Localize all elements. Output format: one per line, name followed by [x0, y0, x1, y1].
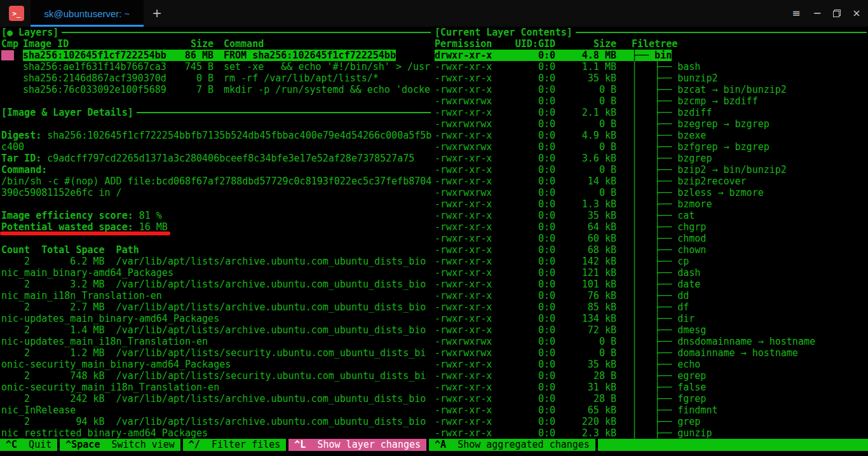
- file-size: 0 B: [555, 141, 616, 153]
- cmp-indicator: [1, 73, 23, 84]
- file-permission: -rwxr-xr-x: [435, 153, 492, 164]
- file-tree-entry: │ ├── dnsdomainname → hostname: [632, 336, 815, 347]
- file-size: 31 kB: [555, 382, 616, 393]
- wasted-row[interactable]: 2 748 kB /var/lib/apt/lists/security.ubu…: [1, 370, 432, 393]
- statusbar-label: Filter files: [200, 439, 280, 450]
- file-row[interactable]: -rwxr-xr-x0:064 kB│ ├── chgrp: [435, 221, 706, 233]
- file-row[interactable]: -rwxr-xr-x0:01.1 MB│ ├── bash: [435, 61, 700, 73]
- screen: { "window": { "tab_title": "sk@ubuntuser…: [0, 0, 868, 456]
- file-row[interactable]: -rwxr-xr-x0:0121 kB│ ├── dash: [435, 267, 700, 279]
- file-permission: -rwxr-xr-x: [435, 221, 492, 233]
- layers-table-header: Cmp Image ID Size Command: [1, 38, 432, 50]
- file-size: 142 kB: [555, 256, 616, 267]
- statusbar-label: Show layer changes: [306, 439, 421, 450]
- new-tab-button[interactable]: +: [153, 6, 161, 21]
- file-tree-entry: │ ├── dash: [632, 267, 700, 279]
- statusbar-item[interactable]: ^Space Switch view: [60, 439, 180, 451]
- file-uid-gid: 0:0: [492, 427, 555, 439]
- file-uid-gid: 0:0: [492, 256, 555, 267]
- file-size: 85 kB: [555, 301, 616, 313]
- file-row[interactable]: -rwxr-xr-x0:072 kB│ ├── dmesg: [435, 324, 706, 336]
- file-size: 1.1 MB: [555, 61, 616, 73]
- file-permission: -rwxr-xr-x: [435, 416, 492, 427]
- statusbar-item[interactable]: ^C Quit: [0, 439, 57, 451]
- file-row[interactable]: -rwxr-xr-x0:028 B│ ├── egrep: [435, 370, 706, 382]
- layer-size: 745 B: [168, 61, 214, 73]
- file-row[interactable]: -rwxr-xr-x0:02.3 kB│ ├── gunzip: [435, 427, 712, 439]
- wasted-files-table: 2 6.2 MB /var/lib/apt/lists/archive.ubun…: [1, 256, 432, 439]
- file-row[interactable]: -rwxr-xr-x0:014 kB│ ├── bzip2recover: [435, 176, 747, 187]
- file-uid-gid: 0:0: [492, 301, 555, 313]
- horizontal-rule: [576, 32, 867, 38]
- statusbar-item[interactable]: ^/ Filter files: [183, 439, 287, 451]
- file-tree-entry: │ ├── findmnt: [632, 404, 717, 416]
- file-row[interactable]: -rwxrwxrwx0:00 B│ ├── bzless → bzmore: [435, 187, 764, 198]
- file-row[interactable]: -rwxr-xr-x0:04.9 kB│ ├── bzexe: [435, 130, 706, 141]
- file-uid-gid: 0:0: [492, 153, 555, 164]
- file-row[interactable]: -rwxr-xr-x0:035 kB│ ├── echo: [435, 359, 700, 370]
- file-row[interactable]: -rwxr-xr-x0:065 kB│ ├── findmnt: [435, 404, 717, 416]
- wasted-row[interactable]: 2 6.2 MB /var/lib/apt/lists/archive.ubun…: [1, 256, 432, 279]
- layer-row[interactable]: sha256:ae1f631f14b7667ca3745 Bset -xe &&…: [1, 61, 432, 73]
- file-row[interactable]: -rwxr-xr-x0:03.6 kB│ ├── bzgrep: [435, 153, 712, 164]
- file-size: 60 kB: [555, 233, 616, 244]
- file-row[interactable]: -rwxrwxrwx0:00 B│ ├── bzcmp → bzdiff: [435, 95, 758, 107]
- file-permission: -rwxr-xr-x: [435, 382, 492, 393]
- file-row[interactable]: -rwxr-xr-x0:035 kB│ ├── cat: [435, 210, 695, 221]
- file-row[interactable]: -rwxrwxrwx0:00 B│ ├── bzegrep → bzgrep: [435, 118, 770, 130]
- file-row[interactable]: -rwxr-xr-x0:068 kB│ ├── chown: [435, 244, 706, 256]
- file-row[interactable]: -rwxr-xr-x0:076 kB│ ├── dd: [435, 290, 689, 301]
- file-permission: -rwxr-xr-x: [435, 210, 492, 221]
- wasted-row[interactable]: 2 1.2 MB /var/lib/apt/lists/security.ubu…: [1, 347, 432, 370]
- file-tree-entry: │ ├── bzexe: [632, 130, 706, 141]
- file-row[interactable]: -rwxr-xr-x0:035 kB│ ├── bunzip2: [435, 73, 717, 84]
- file-permission: -rwxr-xr-x: [435, 176, 492, 187]
- file-row[interactable]: -rwxrwxrwx0:00 B│ ├── dnsdomainname → ho…: [435, 336, 815, 347]
- statusbar-item[interactable]: ^A Show aggregated changes: [429, 439, 595, 451]
- layer-row[interactable]: sha256:2146d867acf390370d0 Brm -rf /var/…: [1, 73, 432, 84]
- close-icon[interactable]: ×: [851, 8, 862, 18]
- menu-icon[interactable]: ≡: [791, 8, 801, 18]
- file-permission: -rwxr-xr-x: [435, 61, 492, 73]
- wasted-row[interactable]: 2 3.2 MB /var/lib/apt/lists/archive.ubun…: [1, 279, 432, 301]
- file-size: 64 kB: [555, 221, 616, 233]
- wasted-row[interactable]: 2 2.7 MB /var/lib/apt/lists/archive.ubun…: [1, 301, 432, 324]
- file-permission: -rwxr-xr-x: [435, 233, 492, 244]
- file-row[interactable]: -rwxr-xr-x0:060 kB│ ├── chmod: [435, 233, 706, 244]
- file-size: 72 kB: [555, 324, 616, 336]
- file-row[interactable]: -rwxr-xr-x0:01.3 kB│ ├── bzmore: [435, 198, 712, 210]
- file-tree-entry: │ ├── fgrep: [632, 393, 706, 404]
- file-row[interactable]: -rwxr-xr-x0:00 B│ ├── bzcat → bin/bunzip…: [435, 84, 787, 95]
- file-row[interactable]: -rwxr-xr-x0:0142 kB│ ├── cp: [435, 256, 689, 267]
- layer-row[interactable]: sha256:76c033092e100f56897 Bmkdir -p /ru…: [1, 84, 432, 95]
- file-tree-entry: │ ├── chgrp: [632, 221, 706, 233]
- file-row[interactable]: -rwxrwxrwx0:00 B│ ├── domainname → hostn…: [435, 347, 798, 359]
- file-row[interactable]: -rwxr-xr-x0:085 kB│ ├── df: [435, 301, 689, 313]
- layers-panel-title: [● Layers]: [1, 27, 432, 38]
- file-row[interactable]: -rwxr-xr-x0:0101 kB│ ├── date: [435, 279, 700, 290]
- wasted-row[interactable]: 2 242 kB /var/lib/apt/lists/archive.ubun…: [1, 393, 432, 416]
- file-row[interactable]: -rwxr-xr-x0:028 B│ ├── fgrep: [435, 393, 706, 404]
- file-row[interactable]: -rwxr-xr-x0:0134 kB│ ├── dir: [435, 313, 695, 324]
- file-row[interactable]: -rwxr-xr-x0:02.1 kB│ ├── bzdiff: [435, 107, 712, 118]
- file-row[interactable]: drwxr-xr-x0:04.8 MB├── bin: [435, 50, 672, 61]
- file-row[interactable]: -rwxr-xr-x0:00 B│ ├── bzip2 → bin/bunzip…: [435, 164, 787, 176]
- tab-active[interactable]: sk@ubuntuserver: ~: [31, 0, 144, 27]
- file-permission: -rwxrwxrwx: [435, 347, 492, 359]
- file-permission: -rwxr-xr-x: [435, 198, 492, 210]
- file-row[interactable]: -rwxr-xr-x0:0220 kB│ ├── grep: [435, 416, 700, 427]
- wasted-row[interactable]: 2 94 kB /var/lib/apt/lists/archive.ubunt…: [1, 416, 432, 439]
- minimize-icon[interactable]: −: [812, 8, 822, 18]
- file-row[interactable]: -rwxr-xr-x0:031 kB│ ├── false: [435, 382, 706, 393]
- layer-command: mkdir -p /run/systemd && echo 'docke: [224, 84, 430, 95]
- restore-icon[interactable]: [833, 10, 841, 17]
- file-uid-gid: 0:0: [492, 324, 555, 336]
- layer-row[interactable]: sha256:102645f1cf722254bb86 MBFROM sha25…: [1, 50, 432, 61]
- layer-row-content: sha256:2146d867acf390370d0 Brm -rf /var/…: [23, 73, 379, 84]
- file-permission: -rwxr-xr-x: [435, 313, 492, 324]
- statusbar-item[interactable]: ^L Show layer changes: [288, 439, 426, 451]
- file-row[interactable]: -rwxrwxrwx0:00 B│ ├── bzfgrep → bzgrep: [435, 141, 770, 153]
- wasted-row[interactable]: 2 1.4 MB /var/lib/apt/lists/archive.ubun…: [1, 324, 432, 347]
- file-uid-gid: 0:0: [492, 313, 555, 324]
- layer-image-id: sha256:ae1f631f14b7667ca3: [23, 61, 168, 73]
